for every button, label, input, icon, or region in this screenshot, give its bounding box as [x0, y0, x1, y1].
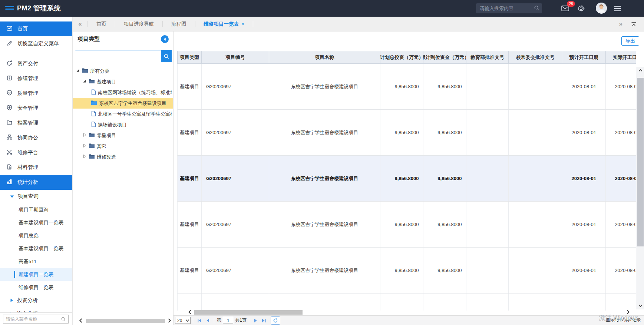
table-row[interactable]: 基建项目G20200697东校区吉宁学生宿舍楼建设项目9,856.80009,8…: [177, 202, 636, 248]
sidebar-item[interactable]: 档案管理: [0, 116, 72, 130]
page-number-input[interactable]: [223, 317, 233, 324]
sidebar-subitem[interactable]: 高基511: [0, 255, 72, 268]
tabs-scroll-right-icon[interactable]: »: [619, 20, 622, 28]
tab-0[interactable]: 首页: [88, 21, 115, 27]
table-cell: [466, 294, 509, 311]
vscroll-up-icon[interactable]: [636, 67, 644, 74]
tree-node[interactable]: 维修改造: [73, 152, 173, 162]
global-search-input[interactable]: [480, 3, 532, 13]
tree-node[interactable]: 基建项目: [73, 76, 173, 87]
table-row[interactable]: 基建项目G20200697东校区吉宁学生宿舍楼建设项目9,856.80009,8…: [177, 156, 636, 202]
user-avatar[interactable]: [596, 3, 607, 14]
table-row[interactable]: 基建项目G20200697东校区吉宁学生宿舍楼建设项目9,856.80009,8…: [177, 110, 636, 156]
column-header[interactable]: 项目编号: [202, 51, 269, 63]
table-cell: 东校区吉宁学生宿舍楼建设项目: [269, 248, 380, 293]
sidebar-item[interactable]: 质量管理: [0, 86, 72, 101]
column-header[interactable]: 项目类型: [178, 51, 202, 63]
more-menu-icon[interactable]: [613, 0, 622, 17]
tree-expand-icon[interactable]: [82, 79, 87, 84]
table-scroll-right-icon[interactable]: [626, 309, 630, 316]
table-cell: [466, 64, 509, 109]
vscroll-thumb[interactable]: [637, 78, 644, 246]
table-row[interactable]: 基建项目G20200697东校区吉宁学生宿舍楼建设项目9,856.80009,8…: [177, 64, 636, 110]
tree-node[interactable]: 操场辅设项目: [73, 119, 173, 130]
sidebar-subitem[interactable]: 基本建设项目一览表: [0, 242, 72, 255]
vscroll-down-icon[interactable]: [636, 302, 644, 309]
tree-collapse-icon[interactable]: [82, 143, 87, 149]
tree-search-input[interactable]: [75, 50, 161, 62]
tree-expand-icon[interactable]: [76, 68, 80, 74]
sidebar-subitem[interactable]: 新建项目一览表: [0, 268, 72, 281]
tree-node[interactable]: 东校区吉宁学生宿舍楼建设项目: [73, 98, 173, 109]
sidebar-subitem[interactable]: 项目总览: [0, 229, 72, 242]
column-header[interactable]: 预计开工日期: [562, 51, 606, 63]
sidebar-item-label: 首页: [17, 26, 28, 32]
table-hscrollbar[interactable]: [177, 309, 636, 315]
sidebar-item[interactable]: 统计分析: [0, 175, 72, 190]
refresh-button[interactable]: [271, 316, 280, 325]
tab-1[interactable]: 项目进度导航: [115, 21, 162, 27]
tree-node[interactable]: 所有分类: [73, 66, 173, 76]
tree-hscrollbar[interactable]: [73, 317, 173, 325]
next-page-button[interactable]: [251, 317, 260, 324]
tab-label: 首页: [96, 21, 106, 27]
sidebar-item[interactable]: 修缮管理: [0, 71, 72, 86]
sidebar-group[interactable]: 投资分析: [0, 294, 72, 307]
export-button[interactable]: 导出: [621, 36, 639, 46]
column-header[interactable]: 累计到位资金（万元）: [423, 51, 466, 63]
table-cell: [509, 248, 562, 293]
global-search[interactable]: [476, 3, 542, 13]
table-scroll-left-icon[interactable]: [188, 309, 192, 316]
sidebar-item[interactable]: 安全管理: [0, 101, 72, 116]
column-header[interactable]: 项目名称: [269, 51, 380, 63]
tree-node[interactable]: 其它: [73, 141, 173, 152]
sidebar-item[interactable]: 资产交付: [0, 56, 72, 71]
tree-node[interactable]: 北校区一号学生公寓及留学生公寓楼建设: [73, 109, 173, 119]
first-page-button[interactable]: [195, 317, 204, 324]
tab-2[interactable]: 流程图: [163, 21, 195, 27]
tree-scroll-right-icon[interactable]: [167, 318, 172, 324]
menu-search-icon[interactable]: [61, 316, 66, 323]
tree-scroll-left-icon[interactable]: [79, 318, 83, 324]
tabs-scroll-left-icon[interactable]: «: [73, 20, 87, 28]
tree-hscroll-thumb[interactable]: [86, 319, 165, 323]
sidebar-item[interactable]: 材料管理: [0, 160, 72, 175]
tree-collapse-icon[interactable]: [82, 154, 87, 160]
tab-close-icon[interactable]: ×: [241, 21, 244, 27]
page-size-select[interactable]: 20: [175, 317, 191, 324]
pencil-icon: [6, 40, 13, 47]
sidebar-toggle-icon[interactable]: [5, 6, 15, 11]
sidebar-group[interactable]: 资金分析: [0, 307, 72, 312]
sidebar-item[interactable]: 切换至自定义菜单: [0, 36, 72, 51]
tree-search-button[interactable]: [161, 50, 172, 62]
panel-collapse-button[interactable]: [161, 35, 169, 43]
tree-node[interactable]: 南校区网球场铺设（练习场、标准场）工: [73, 87, 173, 98]
main-content: 导出 项目类型项目编号项目名称计划总投资（万元）累计到位资金（万元）教育部批准文…: [174, 31, 644, 325]
table-row[interactable]: 基建项目G20200697东校区吉宁学生宿舍楼建设项目9,856.80009,8…: [177, 248, 636, 294]
table-cell: [562, 294, 606, 311]
prev-page-button[interactable]: [204, 317, 212, 324]
last-page-button[interactable]: [260, 317, 268, 324]
menu-search-input[interactable]: [6, 315, 54, 323]
table-hscroll-thumb[interactable]: [194, 310, 303, 315]
column-header[interactable]: 教育部批准文号: [466, 51, 509, 63]
collapse-tabs-icon[interactable]: [631, 21, 637, 28]
sidebar-group[interactable]: 项目查询: [0, 190, 72, 203]
tree-node[interactable]: 零星项目: [73, 130, 173, 141]
gear-icon[interactable]: [577, 0, 585, 17]
sidebar-item[interactable]: 维修平台: [0, 145, 72, 160]
table-cell: 2020-08-01: [606, 64, 636, 109]
sidebar-item[interactable]: 首页: [0, 21, 72, 36]
table-vscrollbar[interactable]: [636, 67, 644, 309]
column-header[interactable]: 计划总投资（万元）: [380, 51, 424, 63]
sidebar-item[interactable]: 协同办公: [0, 130, 72, 145]
tree-collapse-icon[interactable]: [82, 133, 87, 138]
tree-node-label: 所有分类: [90, 68, 109, 74]
search-icon[interactable]: [534, 5, 539, 12]
sidebar-subitem[interactable]: 维修项目一览表: [0, 281, 72, 294]
sidebar-subitem[interactable]: 基本建设项目一览表: [0, 216, 72, 229]
column-header[interactable]: 实际开工日期: [606, 51, 636, 63]
column-header[interactable]: 校常委会批准文号: [509, 51, 562, 63]
sidebar-subitem[interactable]: 项目工期查询: [0, 203, 72, 216]
tab-3[interactable]: 维修项目一览表 ×: [195, 21, 253, 27]
